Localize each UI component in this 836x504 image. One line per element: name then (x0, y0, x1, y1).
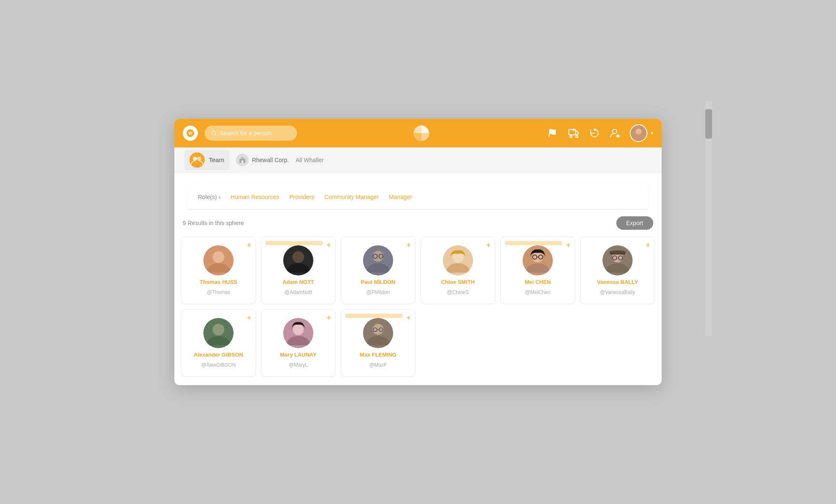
team-breadcrumb[interactable]: Team (184, 150, 229, 170)
handle-paul: @PMildon (366, 289, 390, 295)
add-contact-chloe[interactable]: + (486, 241, 491, 250)
name-vanessa: Vanessa BALLY (597, 279, 638, 286)
svg-point-29 (373, 251, 384, 262)
roles-label: Role(s) › (198, 194, 221, 200)
person-card-thomas[interactable]: + Thomas HUSS @Thomas (181, 236, 256, 304)
export-button[interactable]: Export (616, 216, 653, 230)
add-contact-adam[interactable]: + (326, 241, 331, 250)
user-avatar[interactable] (630, 124, 647, 142)
svg-point-42 (609, 250, 626, 254)
scrollbar-thumb[interactable] (705, 109, 712, 139)
handle-chloe: @ChloeS (447, 289, 469, 295)
role-providers[interactable]: Providers (289, 194, 314, 200)
add-contact-mei[interactable]: + (566, 241, 570, 250)
add-contact-alexander[interactable]: + (247, 314, 251, 323)
add-contact-thomas[interactable]: + (247, 241, 251, 250)
all-whaller-breadcrumb[interactable]: All Whaller (296, 157, 324, 163)
results-header: 9 Results in this sphere Export (181, 216, 655, 230)
person-card-mary[interactable]: + Mary LAUNAY @MaryL (261, 309, 336, 377)
name-mei: Mei CHEN (525, 279, 551, 286)
team-label: Team (209, 156, 224, 163)
svg-rect-22 (241, 157, 244, 159)
add-contact-paul[interactable]: + (406, 241, 411, 250)
svg-point-8 (576, 136, 578, 138)
name-max: Max FLEMING (360, 352, 396, 359)
scrollbar-track[interactable] (705, 101, 712, 336)
corp-label: Rhewall Corp. (252, 157, 289, 163)
add-contact-vanessa[interactable]: + (646, 241, 650, 250)
results-area: 9 Results in this sphere Export + Thom (174, 210, 662, 385)
svg-point-19 (193, 157, 197, 161)
roles-chevron[interactable]: › (218, 194, 221, 200)
add-person-icon[interactable] (609, 126, 622, 140)
empty-slot-4 (421, 309, 495, 377)
roles-filter-bar: Role(s) › Human Resources Providers Comm… (188, 184, 648, 210)
handle-alexander: @AlexGIBSON (201, 362, 236, 368)
name-thomas: Thomas HUSS (200, 279, 237, 286)
name-chloe: Chloe SMITH (441, 279, 475, 286)
person-grid-row1: + Thomas HUSS @Thomas + (181, 236, 655, 304)
name-paul: Paul MILDON (361, 279, 395, 286)
svg-text:W: W (188, 131, 192, 136)
svg-point-27 (292, 251, 304, 263)
search-bar[interactable] (205, 126, 297, 141)
handle-mei: @MeiChen (525, 289, 550, 295)
avatar-thomas (203, 245, 234, 276)
nav-center (304, 124, 539, 142)
breadcrumb-bar: Team Rhewall Corp. All Whaller (174, 147, 662, 173)
top-nav: W (174, 119, 662, 147)
role-hr[interactable]: Human Resources (231, 194, 279, 200)
name-badge-max (345, 314, 402, 318)
add-team-icon[interactable] (567, 126, 580, 140)
handle-max: @MaxF (369, 362, 387, 368)
svg-rect-23 (242, 160, 243, 163)
svg-line-3 (215, 134, 216, 135)
person-card-vanessa[interactable]: + Vanes (580, 236, 655, 304)
avatar-adam (283, 245, 313, 276)
avatar-mei (523, 245, 553, 276)
person-card-alexander[interactable]: + Alexander GIBSON @AlexGIBSON (181, 309, 256, 377)
name-alexander: Alexander GIBSON (194, 352, 243, 359)
role-manager[interactable]: Manager (389, 194, 412, 200)
person-card-max[interactable]: + Max F (341, 309, 415, 377)
search-input[interactable] (220, 130, 290, 136)
svg-point-7 (570, 136, 572, 138)
svg-point-46 (213, 324, 224, 336)
avatar-chloe (443, 245, 473, 276)
role-cm[interactable]: Community Manager (324, 194, 379, 200)
corp-icon (236, 154, 249, 166)
add-contact-mary[interactable]: + (326, 314, 331, 323)
app-logo[interactable]: W (183, 126, 198, 141)
svg-point-25 (213, 251, 224, 263)
person-grid-row2: + Alexander GIBSON @AlexGIBSON + (181, 309, 655, 377)
team-avatar (189, 152, 205, 168)
empty-slot-5 (500, 309, 575, 377)
name-mary: Mary LAUNAY (280, 352, 317, 359)
corp-breadcrumb[interactable]: Rhewall Corp. (236, 154, 289, 166)
person-card-paul[interactable]: + Paul MILDON @PMildon (341, 236, 415, 304)
svg-point-18 (189, 152, 205, 168)
svg-point-48 (293, 324, 304, 335)
refresh-icon[interactable] (588, 126, 601, 140)
user-dropdown-chevron[interactable]: ▾ (651, 130, 653, 136)
pie-chart-icon (412, 124, 431, 142)
handle-mary: @MaryL (289, 362, 308, 368)
handle-vanessa: @VanessaBally (600, 289, 635, 295)
svg-point-13 (613, 129, 617, 134)
nav-actions: ▾ (546, 124, 653, 142)
add-contact-max[interactable]: + (406, 314, 411, 323)
svg-point-17 (636, 129, 641, 134)
person-card-mei[interactable]: + Mei CHEN @ (500, 236, 575, 304)
flag-icon[interactable] (546, 126, 559, 140)
avatar-paul (363, 245, 393, 276)
person-card-chloe[interactable]: + Chloe SMITH @ChloeS (421, 236, 495, 304)
svg-point-2 (212, 131, 216, 134)
avatar-mary (283, 318, 313, 348)
handle-adam: @AdamNott (284, 289, 312, 295)
person-card-adam[interactable]: + Adam NOTT @AdamNott (261, 236, 336, 304)
avatar-alexander (203, 318, 234, 348)
avatar-max (363, 318, 393, 348)
results-count: 9 Results in this sphere (183, 220, 244, 226)
handle-thomas: @Thomas (207, 289, 230, 295)
name-adam: Adam NOTT (282, 279, 314, 286)
